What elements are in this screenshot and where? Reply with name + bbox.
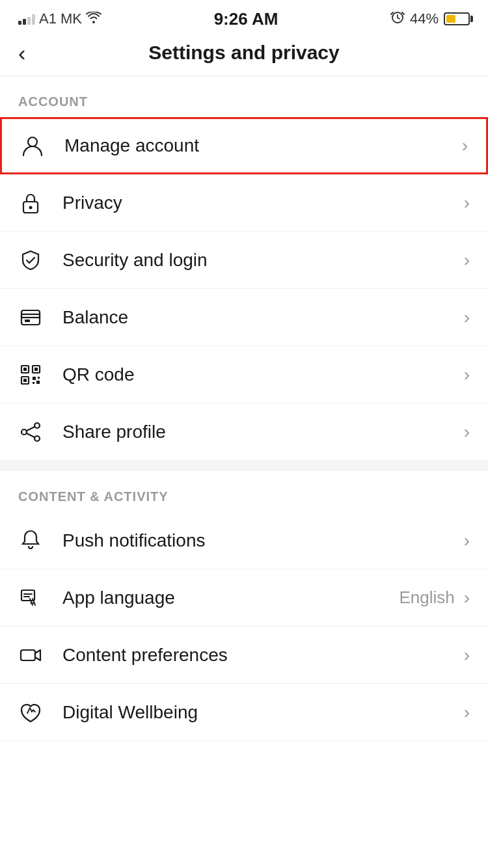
menu-item-label-qr-code: QR code — [53, 364, 461, 385]
menu-item-label-share-profile: Share profile — [53, 422, 461, 442]
bell-icon — [18, 528, 53, 553]
menu-item-label-security-login: Security and login — [53, 250, 461, 271]
svg-rect-10 — [34, 368, 38, 371]
menu-item-privacy[interactable]: Privacy› — [0, 174, 488, 232]
qr-icon — [18, 362, 53, 387]
chevron-right-icon: › — [464, 307, 470, 328]
battery-icon — [444, 12, 470, 25]
status-right: 44% — [390, 10, 470, 28]
menu-item-label-push-notifications: Push notifications — [53, 530, 461, 551]
status-time: 9:26 AM — [214, 9, 278, 29]
menu-item-label-balance: Balance — [53, 307, 461, 328]
svg-rect-12 — [23, 379, 27, 382]
menu-item-digital-wellbeing[interactable]: Digital Wellbeing› — [0, 684, 488, 741]
wifi-icon — [86, 10, 102, 27]
chevron-right-icon: › — [464, 364, 470, 385]
share-icon — [18, 420, 53, 444]
wellbeing-icon — [18, 700, 53, 725]
svg-rect-14 — [38, 377, 40, 379]
svg-point-19 — [34, 436, 40, 441]
balance-icon — [18, 305, 53, 330]
section-label-1: CONTENT & ACTIVITY — [0, 471, 488, 512]
lock-icon — [18, 191, 53, 215]
language-icon — [18, 586, 53, 610]
svg-rect-16 — [36, 381, 40, 384]
section-label-0: ACCOUNT — [0, 76, 488, 117]
chevron-right-icon: › — [464, 193, 470, 213]
svg-point-17 — [34, 423, 40, 428]
chevron-right-icon: › — [464, 588, 470, 608]
person-icon — [20, 133, 55, 158]
chevron-right-icon: › — [462, 135, 468, 156]
menu-item-share-profile[interactable]: Share profile› — [0, 403, 488, 461]
menu-item-label-digital-wellbeing: Digital Wellbeing — [53, 702, 461, 723]
svg-line-21 — [27, 433, 34, 437]
back-button[interactable]: ‹ — [18, 42, 25, 64]
menu-item-value-app-language: English — [399, 588, 454, 608]
page-title: Settings and privacy — [148, 42, 339, 64]
menu-item-label-content-preferences: Content preferences — [53, 645, 461, 666]
chevron-right-icon: › — [464, 530, 470, 551]
svg-rect-5 — [21, 314, 40, 318]
shield-icon — [18, 248, 53, 273]
status-left: A1 MK — [18, 10, 102, 27]
status-bar: A1 MK 9:26 AM 44% — [0, 0, 488, 35]
menu-item-label-privacy: Privacy — [53, 193, 461, 213]
section-0: ACCOUNT Manage account› Privacy› Securit… — [0, 76, 488, 461]
menu-item-manage-account[interactable]: Manage account› — [0, 117, 488, 174]
menu-item-app-language[interactable]: App languageEnglish› — [0, 569, 488, 627]
chevron-right-icon: › — [464, 250, 470, 271]
svg-rect-6 — [25, 319, 30, 322]
signal-icon — [18, 13, 35, 25]
section-1: CONTENT & ACTIVITY Push notifications› A… — [0, 471, 488, 741]
svg-rect-23 — [21, 650, 35, 660]
menu-item-content-preferences[interactable]: Content preferences› — [0, 627, 488, 684]
menu-item-label-manage-account: Manage account — [55, 135, 459, 156]
header: ‹ Settings and privacy — [0, 35, 488, 76]
menu-item-label-app-language: App language — [53, 588, 399, 608]
svg-rect-13 — [33, 377, 36, 380]
svg-point-1 — [28, 137, 37, 146]
menu-item-security-login[interactable]: Security and login› — [0, 232, 488, 289]
svg-point-3 — [29, 206, 33, 209]
carrier-label: A1 MK — [39, 10, 82, 27]
alarm-icon — [390, 10, 405, 28]
menu-item-qr-code[interactable]: QR code› — [0, 346, 488, 403]
section-divider — [0, 461, 488, 471]
menu-item-balance[interactable]: Balance› — [0, 289, 488, 346]
battery-percent: 44% — [410, 10, 439, 27]
chevron-right-icon: › — [464, 645, 470, 666]
video-icon — [18, 643, 53, 668]
chevron-right-icon: › — [464, 702, 470, 723]
svg-rect-8 — [23, 368, 27, 371]
svg-point-18 — [21, 429, 27, 435]
menu-item-push-notifications[interactable]: Push notifications› — [0, 512, 488, 569]
chevron-right-icon: › — [464, 422, 470, 442]
svg-line-20 — [27, 427, 34, 431]
svg-rect-15 — [33, 382, 34, 384]
